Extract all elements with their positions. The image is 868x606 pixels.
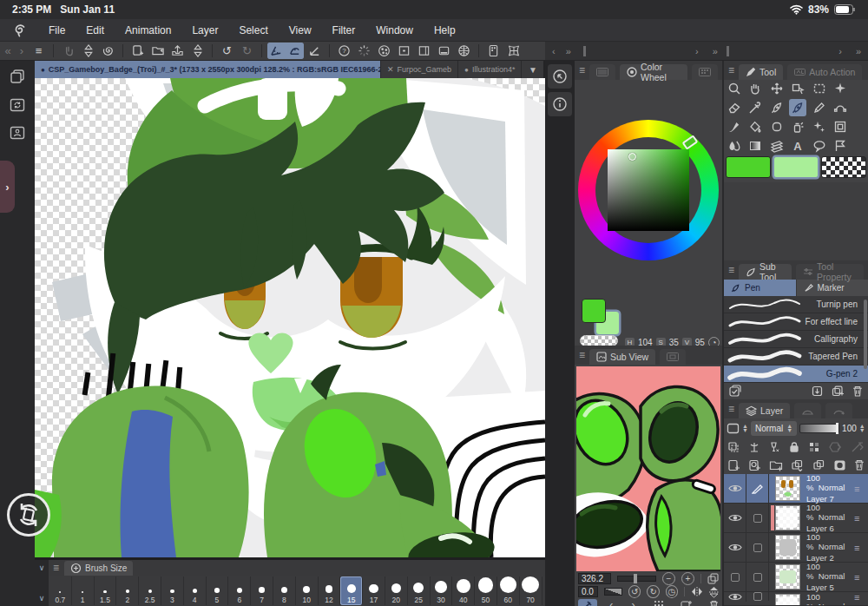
blend-tool-icon[interactable] xyxy=(768,118,786,135)
transfer-to-lower-icon[interactable] xyxy=(791,459,804,471)
frame-border-tool-icon[interactable] xyxy=(832,118,849,135)
tablet-display-icon[interactable] xyxy=(435,43,453,59)
pen-list-scrollbar[interactable] xyxy=(864,300,867,369)
layer-opacity-slider[interactable] xyxy=(799,424,839,433)
layer-row-menu-icon[interactable]: ≡ xyxy=(854,533,868,562)
reference-layer-icon[interactable] xyxy=(748,441,760,453)
brush-size-2.5[interactable]: 2.5 xyxy=(139,576,161,605)
layer-thumbnail[interactable] xyxy=(775,535,800,560)
reset-rotation-icon[interactable]: ◷ xyxy=(666,585,678,598)
thumbnail-size-icon[interactable] xyxy=(727,423,740,434)
clip-to-layer-icon[interactable] xyxy=(727,441,740,453)
hand-tool-icon[interactable] xyxy=(746,80,764,97)
sv-selector[interactable] xyxy=(628,153,636,161)
redo-icon[interactable]: ↻ xyxy=(238,43,256,59)
layer-property-tab-icon[interactable] xyxy=(794,403,821,418)
menu-item-animation[interactable]: Animation xyxy=(125,24,171,36)
touch-gesture-icon[interactable] xyxy=(59,43,77,59)
tab-auto-action[interactable]: Auto Action xyxy=(787,64,862,80)
tab-layer[interactable]: Layer xyxy=(739,403,790,418)
merge-down-icon[interactable] xyxy=(812,459,825,471)
lock-transparent-pixels-icon[interactable] xyxy=(808,441,820,453)
brush-panel-collapse[interactable]: ∨∨ xyxy=(35,560,49,606)
brush-size-5[interactable]: 5 xyxy=(207,576,229,605)
tab-list-chevron-icon[interactable]: ▼ xyxy=(521,61,543,78)
menu-item-filter[interactable]: Filter xyxy=(332,24,356,36)
panel-menu-icon[interactable]: ≡ xyxy=(728,403,734,415)
sub-tool-item-for-effect-line[interactable]: For effect line xyxy=(724,313,868,331)
panel-menu-icon[interactable]: ≡ xyxy=(579,349,585,361)
select-checkbox[interactable] xyxy=(753,573,762,582)
layer-row-partial[interactable]: 100 % Normal≡ xyxy=(724,592,868,606)
brush-tool-icon[interactable] xyxy=(726,118,743,135)
new-vector-layer-icon[interactable] xyxy=(748,459,761,471)
group-tab-pen[interactable]: Pen xyxy=(724,280,796,296)
csp-logo-icon[interactable] xyxy=(12,23,28,38)
subview-zoom-value[interactable]: 326.2 xyxy=(578,573,611,584)
text-tool-icon[interactable]: A xyxy=(789,137,806,155)
fill-bucket-tool-icon[interactable] xyxy=(746,118,764,135)
document-tab-active[interactable]: ● CSP_Gameboy_Badge_(Troi)_#_3* (1733 x … xyxy=(35,61,380,78)
layer-row-menu-icon[interactable]: ≡ xyxy=(854,592,868,603)
sub-tool-item-tapered-pen[interactable]: Tapered Pen xyxy=(724,348,868,366)
sub-tool-item-calligraphy[interactable]: Calligraphy xyxy=(724,331,868,348)
object-tool-icon[interactable] xyxy=(789,80,806,97)
select-checkbox[interactable] xyxy=(753,592,762,601)
brush-size-10[interactable]: 10 xyxy=(296,576,319,605)
duplicate-sub-tool-icon[interactable] xyxy=(832,385,844,397)
document-tab-2[interactable]: ✕ Furpoc_Gameb xyxy=(380,61,457,78)
main-menu-icon[interactable]: ≡ xyxy=(30,43,48,59)
color-col-expand-icon[interactable]: » xyxy=(713,46,718,56)
layer-row-layer-7[interactable]: 100 % NormalLayer 7≡ xyxy=(724,474,868,504)
lock-layer-icon[interactable] xyxy=(789,441,799,453)
pen-tool-selected-icon[interactable] xyxy=(789,99,806,116)
menu-item-file[interactable]: File xyxy=(49,24,65,36)
tab-brush-size[interactable]: Brush Size xyxy=(64,561,133,576)
main-color-large-swatch[interactable] xyxy=(726,156,771,178)
color-col-collapse-icon[interactable]: › xyxy=(695,46,699,56)
visibility-eye-icon[interactable] xyxy=(728,484,742,493)
main-color-swatch[interactable] xyxy=(582,299,606,323)
subview-rotation-value[interactable]: 0.0 xyxy=(578,586,598,597)
draft-layer-icon[interactable] xyxy=(768,441,780,453)
image-list-icon[interactable] xyxy=(654,600,664,606)
sub-tool-item-turnip-pen[interactable]: Turnip pen xyxy=(724,296,868,313)
brush-size-3[interactable]: 3 xyxy=(161,576,184,605)
snap-grid-icon[interactable] xyxy=(306,43,324,59)
delete-image-icon[interactable] xyxy=(709,600,719,606)
brush-size-40[interactable]: 40 xyxy=(452,576,475,605)
layer-thumbnail[interactable] xyxy=(775,476,800,501)
panel-menu-icon[interactable]: ≡ xyxy=(728,64,734,76)
transparent-large-swatch[interactable] xyxy=(821,156,866,178)
move-tool-icon[interactable] xyxy=(768,80,786,97)
select-checkbox[interactable] xyxy=(753,543,762,552)
panel-menu-icon[interactable]: ≡ xyxy=(53,562,59,574)
menu-item-layer[interactable]: Layer xyxy=(192,24,218,36)
color-set-tab-icon[interactable] xyxy=(692,64,718,80)
pen-tool-icon[interactable] xyxy=(768,99,786,116)
layer-row-layer-5[interactable]: 100 % NormalLayer 5≡ xyxy=(724,563,868,592)
layer-row-layer-2[interactable]: 100 % NormalLayer 2≡ xyxy=(724,533,868,563)
canvas[interactable] xyxy=(35,78,545,557)
tab-tool[interactable]: Tool xyxy=(739,64,783,80)
sub-color-large-swatch[interactable] xyxy=(773,156,819,178)
tab-sub-tool[interactable]: Sub Tool xyxy=(739,264,792,280)
tool-col-collapse-icon[interactable]: › xyxy=(838,46,842,56)
pages-icon[interactable] xyxy=(6,66,29,89)
layer-row-layer-6[interactable]: 100 % NormalLayer 6≡ xyxy=(724,504,868,533)
color-palette-icon[interactable] xyxy=(375,43,393,59)
sub-view-reference-image[interactable] xyxy=(576,366,720,571)
eyedropper-tool-icon[interactable] xyxy=(746,99,764,116)
zoom-tool-icon[interactable] xyxy=(726,80,743,97)
new-folder-icon[interactable] xyxy=(769,459,783,471)
brush-size-7[interactable]: 7 xyxy=(251,576,273,605)
brush-size-20[interactable]: 20 xyxy=(385,576,408,605)
page-updown-icon[interactable] xyxy=(188,43,207,59)
visibility-eye-icon[interactable] xyxy=(728,592,742,602)
collapse-canvas-right-icon[interactable]: ‹ xyxy=(552,46,556,56)
subview-rotation-slider[interactable] xyxy=(604,588,622,596)
pencil-tool-icon[interactable] xyxy=(811,99,828,116)
brush-size-0.7[interactable]: 0.7 xyxy=(49,576,72,605)
layer-row-menu-icon[interactable]: ≡ xyxy=(854,474,868,503)
switch-image-icon[interactable] xyxy=(707,573,719,584)
